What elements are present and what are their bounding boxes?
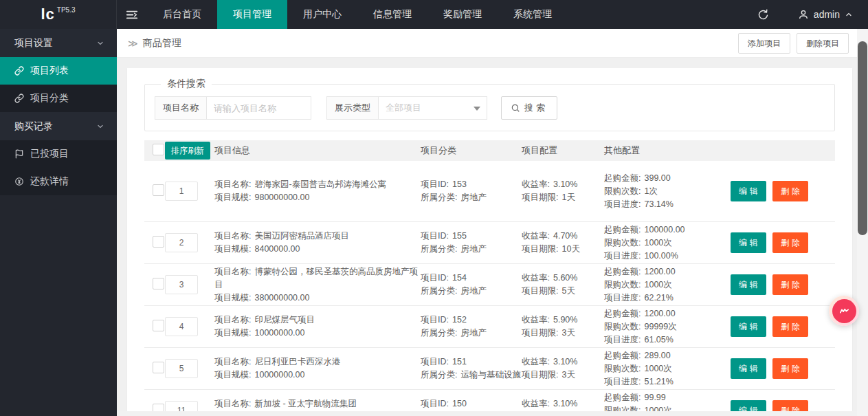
project-progress-field-label: 项目进度: [604, 293, 641, 303]
table-row: 项目名称:碧海家园-泰国普吉岛邦涛海滩公寓 项目规模:980000000.00 … [144, 161, 835, 222]
nav-tab[interactable]: 系统管理 [498, 0, 568, 29]
purchase-limit-value: 1000次 [644, 238, 671, 248]
delete-project-button[interactable]: 删除项目 [797, 33, 849, 54]
sidebar-group-header[interactable]: 项目设置 [0, 29, 117, 57]
sidebar-item-label: 项目分类 [30, 92, 69, 105]
horizontal-scrollbar[interactable] [117, 411, 857, 416]
yield-rate-field-label: 收益率: [522, 357, 550, 366]
project-scale-value: 380000000.00 [254, 293, 309, 303]
table-row: 项目名称:尼日利亚巴卡西深水港 项目规模:10000000.00 项目ID:15… [144, 348, 835, 390]
sidebar-item[interactable]: 已投项目 [0, 140, 117, 168]
edit-button[interactable]: 编辑 [731, 274, 766, 295]
project-term-value: 1天 [561, 193, 575, 202]
row-checkbox[interactable] [153, 362, 164, 373]
edit-button[interactable]: 编辑 [731, 400, 766, 411]
delete-button[interactable]: 删除 [772, 358, 808, 379]
project-id-field-label: 项目ID: [421, 179, 449, 189]
project-name-field-label: 项目名称: [214, 315, 251, 325]
project-progress-field-label: 项目进度: [604, 335, 641, 344]
project-name-value: 尼日利亚巴卡西深水港 [254, 357, 340, 366]
min-purchase-value: 399.00 [644, 173, 670, 183]
scribble-icon [838, 305, 850, 317]
sort-refresh-button[interactable]: 排序刷新 [165, 142, 210, 160]
purchase-limit-field-label: 限购次数: [604, 238, 641, 248]
purchase-limit-field-label: 限购次数: [604, 186, 641, 196]
row-checkbox[interactable] [153, 278, 164, 289]
search-button[interactable]: 搜索 [501, 96, 557, 120]
sidebar-item-label: 已投项目 [30, 148, 69, 160]
link-icon [14, 94, 24, 103]
delete-button[interactable]: 删除 [772, 181, 808, 201]
delete-button[interactable]: 删除 [772, 232, 808, 253]
yield-rate-value: 3.10% [553, 179, 577, 189]
project-category-value: 房地产 [460, 244, 487, 254]
search-form: 项目名称 展示类型 全部项目 搜索 [155, 96, 825, 120]
row-sort-input[interactable] [165, 275, 198, 294]
project-name-input[interactable] [207, 96, 311, 120]
app-window: lc TP5.3 后台首页项目管理用户中心信息管理奖励管理系统管理 admin [0, 0, 868, 416]
menu-collapse-icon[interactable] [117, 0, 147, 29]
floating-action-button[interactable] [829, 296, 859, 326]
project-progress-value: 62.21% [644, 293, 673, 303]
column-header-category: 项目分类 [421, 144, 522, 157]
project-id-value: 152 [452, 315, 467, 325]
min-purchase-value: 99.99 [644, 393, 665, 402]
table-header: 排序刷新 项目信息 项目分类 项目配置 其他配置 [144, 140, 835, 161]
nav-tab[interactable]: 用户中心 [287, 0, 357, 29]
row-sort-input[interactable] [165, 233, 198, 252]
row-checkbox[interactable] [153, 236, 164, 248]
row-checkbox[interactable] [153, 184, 164, 196]
min-purchase-value: 1200.00 [644, 267, 675, 276]
nav-tab[interactable]: 奖励管理 [427, 0, 498, 29]
row-checkbox[interactable] [153, 404, 164, 411]
sidebar-item[interactable]: 项目列表 [0, 57, 117, 85]
row-sort-input[interactable] [165, 401, 198, 411]
purchase-limit-field-label: 限购次数: [604, 280, 641, 289]
project-progress-field-label: 项目进度: [604, 251, 641, 261]
refresh-button[interactable] [744, 0, 783, 29]
table-row: 项目名称:博蒙特公园，移民圣基茨的高品质房地产项目 项目规模:380000000… [144, 264, 835, 306]
link-icon [14, 66, 24, 76]
purchase-limit-value: 1000次 [644, 364, 671, 373]
yield-rate-value: 4.70% [553, 231, 577, 241]
project-name-field-label: 项目名称: [214, 179, 251, 189]
row-checkbox[interactable] [153, 320, 164, 331]
edit-button[interactable]: 编辑 [731, 181, 766, 201]
yield-rate-field-label: 收益率: [522, 273, 550, 283]
project-term-value: 3天 [561, 328, 575, 338]
project-progress-value: 100.00% [644, 251, 678, 261]
add-project-button[interactable]: 添加项目 [738, 33, 790, 54]
table-body: 项目名称:碧海家园-泰国普吉岛邦涛海滩公寓 项目规模:980000000.00 … [144, 161, 835, 411]
nav-tab[interactable]: 后台首页 [147, 0, 217, 29]
search-panel: 条件搜索 项目名称 展示类型 全部项目 [144, 78, 835, 131]
vertical-scrollbar-thumb[interactable] [858, 41, 867, 235]
navbar-right: admin [744, 0, 868, 29]
delete-button[interactable]: 删除 [772, 274, 808, 295]
project-term-field-label: 项目期限: [522, 244, 558, 254]
project-category-field-label: 所属分类: [421, 244, 457, 254]
user-menu[interactable]: admin [783, 0, 868, 29]
delete-button[interactable]: 删除 [772, 316, 808, 337]
delete-button[interactable]: 删除 [772, 400, 808, 411]
nav-tab[interactable]: 项目管理 [217, 0, 287, 29]
row-sort-input[interactable] [165, 182, 198, 201]
nav-tab[interactable]: 信息管理 [357, 0, 427, 29]
yield-rate-field-label: 收益率: [522, 179, 550, 189]
edit-button[interactable]: 编辑 [731, 358, 766, 379]
row-sort-input[interactable] [165, 359, 198, 378]
sidebar-item[interactable]: 还款详情 [0, 168, 117, 195]
sidebar-item[interactable]: 项目分类 [0, 85, 117, 112]
edit-button[interactable]: 编辑 [731, 232, 766, 253]
purchase-limit-value: 1000次 [644, 406, 671, 412]
breadcrumb-symbol: ≫ [128, 38, 138, 49]
nav-tabs: 后台首页项目管理用户中心信息管理奖励管理系统管理 [147, 0, 568, 29]
row-sort-input[interactable] [165, 317, 198, 336]
project-id-value: 150 [452, 399, 467, 408]
display-type-select[interactable]: 全部项目 [379, 96, 487, 120]
project-id-field-label: 项目ID: [421, 315, 449, 325]
project-name-value: 印尼煤层气项目 [254, 315, 315, 325]
caret-up-icon [845, 10, 853, 19]
edit-button[interactable]: 编辑 [731, 316, 766, 337]
sidebar-group-header[interactable]: 购买记录 [0, 112, 117, 140]
select-all-checkbox[interactable] [153, 144, 164, 155]
